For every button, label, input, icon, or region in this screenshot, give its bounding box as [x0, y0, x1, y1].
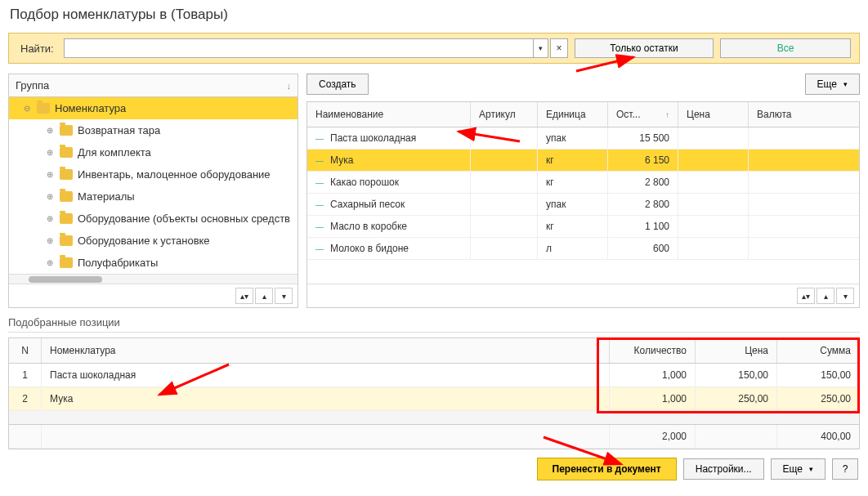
cell-art	[471, 172, 538, 193]
col-header-stock[interactable]: Ост...↑	[608, 102, 678, 127]
main-panes: Группа ↓ ⊖ Номенклатура ⊕Возвратная тара…	[0, 67, 868, 308]
tree-item-label: Для комплекта	[78, 146, 151, 159]
cell-unit: упак	[538, 194, 608, 215]
tree-expand-icon[interactable]: ⊕	[47, 126, 55, 135]
tree-item-label: Оборудование к установке	[78, 235, 210, 247]
cell-stock: 2 800	[608, 172, 678, 193]
cell-art	[471, 150, 538, 171]
tree-header-label: Группа	[16, 79, 49, 92]
col-header-n[interactable]: N	[9, 338, 42, 363]
cell-curr	[749, 194, 859, 215]
cell-unit: кг	[538, 172, 608, 193]
item-marker-icon: —	[315, 178, 324, 187]
cell-qty: 1,000	[610, 387, 696, 410]
tree-item-label: Материалы	[78, 190, 135, 203]
col-header-name[interactable]: Номенклатура	[42, 338, 610, 363]
search-clear-button[interactable]: ×	[550, 38, 568, 58]
cell-art	[471, 216, 538, 237]
settings-button[interactable]: Настройки...	[683, 458, 764, 480]
tree-expand-icon[interactable]: ⊕	[47, 170, 55, 179]
cell-art	[471, 127, 538, 149]
item-marker-icon: —	[315, 156, 324, 165]
more-button[interactable]: Еще	[805, 74, 860, 95]
grid-row[interactable]: —Паста шоколадная упак 15 500	[307, 127, 859, 150]
cell-qty: 1,000	[610, 364, 696, 387]
sort-indicator-icon: ↓	[287, 81, 292, 91]
nav-up-button[interactable]: ▴	[255, 288, 273, 304]
picked-row[interactable]: 2 Мука 1,000 250,00 250,00	[9, 387, 859, 411]
nav-down-button[interactable]: ▾	[836, 288, 854, 304]
nav-down-button[interactable]: ▾	[275, 288, 293, 304]
help-button[interactable]: ?	[832, 458, 858, 480]
tree-header[interactable]: Группа ↓	[9, 74, 298, 97]
cell-unit: л	[538, 238, 608, 259]
cell-name: Паста шоколадная	[330, 132, 416, 144]
cell-stock: 15 500	[608, 127, 678, 149]
tree-expand-icon[interactable]: ⊕	[47, 236, 55, 245]
col-header-name[interactable]: Наименование	[307, 102, 471, 127]
grid-row[interactable]: —Какао порошок кг 2 800	[307, 172, 859, 194]
picked-row[interactable]: 1 Паста шоколадная 1,000 150,00 150,00	[9, 364, 859, 387]
scroll-thumb[interactable]	[29, 276, 102, 283]
grid-nav: ▴▾ ▴ ▾	[307, 284, 859, 307]
tree-body: ⊖ Номенклатура ⊕Возвратная тара ⊕Для ком…	[9, 97, 298, 274]
nav-first-button[interactable]: ▴▾	[797, 288, 815, 304]
search-dropdown-icon[interactable]: ▾	[534, 38, 548, 58]
tree-item[interactable]: ⊕Оборудование (объекты основных средств	[9, 208, 298, 230]
grid-row[interactable]: —Масло в коробке кг 1 100	[307, 216, 859, 238]
picked-totals-row: 2,000 400,00	[9, 424, 859, 449]
col-header-price[interactable]: Цена	[678, 102, 749, 127]
items-grid: Наименование Артикул Единица Ост...↑ Цен…	[306, 101, 860, 308]
col-header-price[interactable]: Цена	[696, 338, 777, 363]
picked-section-title: Подобранные позиции	[0, 308, 868, 332]
nav-first-button[interactable]: ▴▾	[235, 288, 253, 304]
filter-all-label: Все	[777, 42, 794, 54]
tree-item[interactable]: ⊕Оборудование к установке	[9, 230, 298, 252]
transfer-button[interactable]: Перенести в документ	[537, 458, 677, 480]
folder-icon	[37, 103, 50, 114]
tree-h-scroll[interactable]	[9, 274, 298, 284]
tree-expand-icon[interactable]: ⊕	[47, 148, 55, 157]
col-header-curr[interactable]: Валюта	[749, 102, 859, 127]
col-header-art[interactable]: Артикул	[471, 102, 538, 127]
cell-blank	[696, 425, 777, 448]
col-header-qty[interactable]: Количество	[610, 338, 696, 363]
tree-root-item[interactable]: ⊖ Номенклатура	[9, 97, 298, 119]
grid-row[interactable]: —Молоко в бидоне л 600	[307, 238, 859, 260]
grid-body: —Паста шоколадная упак 15 500 —Мука кг 6…	[307, 127, 859, 284]
grid-toolbar: Создать Еще	[306, 74, 860, 95]
cell-curr	[749, 216, 859, 237]
tree-expand-icon[interactable]: ⊕	[47, 214, 55, 223]
tree-item[interactable]: ⊕Материалы	[9, 185, 298, 208]
filter-stock-only-label: Только остатки	[610, 42, 678, 54]
col-header-sum[interactable]: Сумма	[777, 338, 859, 363]
tree-item[interactable]: ⊕Возвратная тара	[9, 119, 298, 141]
tree-expand-icon[interactable]: ⊕	[47, 258, 55, 267]
grid-row[interactable]: —Мука кг 6 150	[307, 150, 859, 172]
create-button[interactable]: Создать	[306, 74, 369, 95]
cell-name: Сахарный песок	[330, 199, 405, 210]
footer-more-button[interactable]: Еще	[771, 458, 825, 480]
cell-stock: 6 150	[608, 150, 678, 171]
item-marker-icon: —	[315, 222, 324, 231]
filter-all-button[interactable]: Все	[720, 38, 851, 58]
tree-item-label: Инвентарь, малоценное оборудование	[78, 168, 271, 181]
nav-up-button[interactable]: ▴	[817, 288, 834, 304]
col-header-unit[interactable]: Единица	[538, 102, 608, 127]
filter-stock-only-button[interactable]: Только остатки	[575, 38, 714, 58]
tree-collapse-icon[interactable]: ⊖	[24, 104, 32, 113]
picked-spacer	[9, 411, 859, 424]
grid-pane: Создать Еще Наименование Артикул Единица…	[306, 74, 860, 308]
tree-item[interactable]: ⊕Для комплекта	[9, 141, 298, 163]
window-title: Подбор номенклатуры в (Товары)	[0, 0, 868, 29]
folder-icon	[60, 125, 73, 136]
folder-icon	[60, 257, 73, 268]
tree-item[interactable]: ⊕Инвентарь, малоценное оборудование	[9, 163, 298, 185]
search-input[interactable]	[64, 38, 534, 58]
cell-price: 150,00	[696, 364, 777, 387]
tree-expand-icon[interactable]: ⊕	[47, 192, 55, 201]
tree-item[interactable]: ⊕Полуфабрикаты	[9, 252, 298, 274]
grid-row[interactable]: —Сахарный песок упак 2 800	[307, 194, 859, 216]
cell-sum: 150,00	[777, 364, 859, 387]
folder-icon	[60, 169, 73, 180]
